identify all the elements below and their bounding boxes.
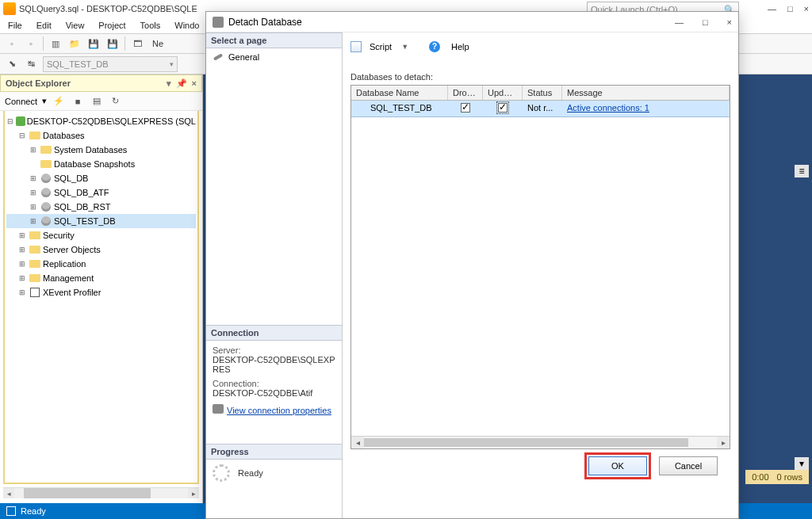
connect-label[interactable]: Connect	[5, 97, 37, 106]
menu-tools[interactable]: Tools	[140, 21, 161, 30]
tree-db-rst[interactable]: SQL_DB_RST	[54, 202, 111, 212]
dialog-icon	[213, 17, 224, 28]
script-icon	[350, 41, 362, 52]
grid-caption: Databases to detach:	[350, 72, 730, 82]
help-icon: ?	[429, 41, 440, 52]
grid-row: SQL_TEST_DB Not r... Active connections:…	[351, 101, 730, 117]
dialog-close-button[interactable]: ×	[727, 17, 732, 27]
status-icon	[6, 506, 16, 516]
status-text: Ready	[21, 506, 46, 516]
col-update[interactable]: Updat...	[483, 86, 523, 100]
tree-replication[interactable]: Replication	[43, 259, 86, 269]
new-query-label[interactable]: Ne	[149, 39, 167, 48]
change-conn-icon[interactable]: ↹	[24, 57, 38, 71]
cell-message-link[interactable]: Active connections: 1	[567, 103, 649, 113]
tree-sysdb[interactable]: System Databases	[54, 145, 127, 155]
progress-status: Ready	[238, 468, 263, 478]
connection-header: Connection	[206, 325, 342, 341]
tree-snapshots[interactable]: Database Snapshots	[54, 159, 135, 169]
use-db-icon[interactable]: ⬊	[5, 57, 19, 71]
new-query-icon[interactable]: 🗔	[130, 36, 144, 51]
tree-db-sql-db[interactable]: SQL_DB	[54, 174, 88, 183]
connection-label: Connection:	[213, 379, 335, 388]
menu-file[interactable]: File	[8, 21, 22, 30]
tree-server[interactable]: DESKTOP-C52QDBE\SQLEXPRESS (SQL	[27, 116, 196, 126]
pin-icon[interactable]: 📌	[176, 78, 187, 89]
script-dropdown-icon[interactable]: ▼	[401, 43, 408, 51]
menu-view[interactable]: View	[66, 21, 85, 30]
cancel-button[interactable]: Cancel	[659, 456, 718, 475]
separator	[124, 36, 125, 51]
drop-checkbox[interactable]	[461, 103, 470, 113]
help-button[interactable]: Help	[451, 42, 469, 52]
tree-databases[interactable]: Databases	[43, 131, 85, 140]
view-connection-properties-link[interactable]: View connection properties	[227, 406, 331, 415]
wrench-icon	[213, 52, 224, 63]
filter-icon[interactable]: ▤	[90, 94, 104, 109]
status-time: 0:00	[752, 472, 768, 482]
select-a-page-header: Select a page	[206, 32, 342, 48]
disconnect-icon[interactable]: ⚡	[52, 94, 66, 109]
tree-security[interactable]: Security	[43, 231, 75, 240]
script-button[interactable]: Script	[370, 42, 392, 52]
object-explorer-hscroll[interactable]: ◂ ▸	[3, 487, 199, 498]
separator	[43, 36, 44, 51]
dialog-maximize-button[interactable]: □	[703, 17, 708, 27]
cell-status: Not r...	[523, 101, 562, 116]
people-icon	[213, 404, 224, 414]
save-all-icon[interactable]: 💾	[105, 36, 120, 51]
scroll-down-icon[interactable]: ▾	[795, 457, 809, 470]
tree-db-atf[interactable]: SQL_DB_ATF	[54, 188, 109, 197]
progress-header: Progress	[206, 444, 342, 460]
server-value: DESKTOP-C52QDBE\SQLEXPRES	[213, 355, 335, 374]
menu-project[interactable]: Project	[98, 21, 125, 30]
stop-icon[interactable]: ■	[71, 94, 85, 109]
page-general-label: General	[228, 52, 259, 62]
scroll-right-icon[interactable]: ▸	[188, 488, 199, 498]
database-selector[interactable]: SQL_TEST_DB	[43, 56, 178, 72]
detach-database-dialog: Detach Database — □ × Select a page Gene…	[205, 11, 739, 519]
tree-db-test[interactable]: SQL_TEST_DB	[54, 216, 116, 226]
update-checkbox[interactable]	[498, 103, 508, 113]
dropdown-icon[interactable]: ▾	[167, 78, 171, 89]
col-drop[interactable]: Drop ...	[448, 86, 483, 100]
ok-button[interactable]: OK	[588, 456, 647, 475]
database-selector-value: SQL_TEST_DB	[47, 59, 109, 69]
grid-scroll-right-icon[interactable]: ▸	[717, 437, 730, 448]
nav-fwd-icon[interactable]: ◦	[24, 36, 38, 51]
grid-scroll-left-icon[interactable]: ◂	[351, 437, 364, 448]
dialog-minimize-button[interactable]: —	[675, 17, 684, 27]
close-button[interactable]: ×	[804, 4, 809, 13]
status-rows: 0 rows	[777, 472, 802, 482]
open-file-icon[interactable]: 📁	[67, 36, 82, 51]
close-panel-icon[interactable]: ×	[192, 78, 197, 89]
col-status[interactable]: Status	[523, 86, 562, 100]
menu-window[interactable]: Windo	[174, 21, 199, 30]
col-message[interactable]: Message	[562, 86, 730, 100]
col-database-name[interactable]: Database Name	[351, 86, 448, 100]
app-icon	[3, 2, 16, 15]
tree-server-objects[interactable]: Server Objects	[43, 245, 101, 254]
scroll-left-icon[interactable]: ◂	[3, 488, 14, 498]
save-icon[interactable]: 💾	[86, 36, 101, 51]
page-general[interactable]: General	[206, 48, 342, 66]
nav-back-icon[interactable]: ◦	[5, 36, 19, 51]
connect-dropdown-icon[interactable]: ▾	[42, 96, 47, 106]
maximize-button[interactable]: □	[787, 4, 793, 13]
dialog-title: Detach Database	[228, 17, 302, 28]
progress-spinner-icon	[213, 464, 230, 482]
cell-dbname[interactable]: SQL_TEST_DB	[351, 101, 448, 116]
menu-edit[interactable]: Edit	[36, 21, 52, 30]
databases-grid: Database Name Drop ... Updat... Status M…	[350, 85, 730, 449]
tree-management[interactable]: Management	[43, 273, 94, 283]
grid-hscroll[interactable]: ◂ ▸	[351, 436, 730, 448]
new-item-icon[interactable]: ▥	[48, 36, 63, 51]
minimize-button[interactable]: —	[768, 4, 776, 13]
refresh-icon[interactable]: ↻	[109, 94, 123, 109]
expand-right-icon[interactable]: ≡	[795, 165, 809, 177]
ok-highlight: OK	[584, 452, 651, 479]
connection-value: DESKTOP-C52QDBE\Atif	[213, 388, 335, 398]
object-explorer-tree[interactable]: ⊟DESKTOP-C52QDBE\SQLEXPRESS (SQL ⊟Databa…	[3, 111, 199, 484]
object-explorer-title: Object Explorer	[6, 78, 71, 88]
tree-xevent[interactable]: XEvent Profiler	[43, 288, 101, 297]
